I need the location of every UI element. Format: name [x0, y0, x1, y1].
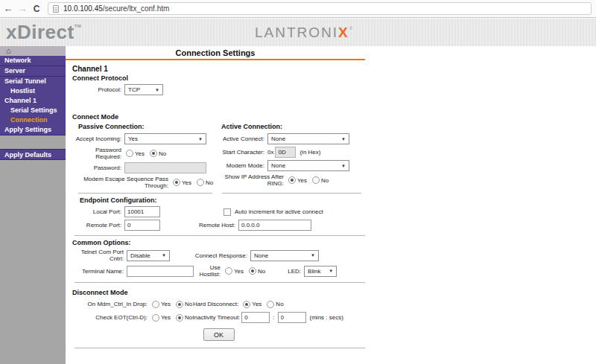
url-path: /secure/ltx_conf.htm: [103, 4, 169, 13]
forward-icon[interactable]: →: [16, 1, 28, 16]
modem-escape-yes-radio[interactable]: [173, 179, 180, 186]
remote-port-row: Remote Port: Remote Host:: [72, 220, 596, 231]
led-label: LED:: [288, 268, 304, 275]
xdirect-logo-text: xDirect: [6, 21, 74, 43]
no-option-label: No: [185, 301, 192, 307]
sidebar-item-serial-settings[interactable]: Serial Settings: [0, 106, 66, 115]
local-port-label: Local Port:: [72, 208, 124, 215]
sidebar-item-apply-defaults[interactable]: Apply Defaults: [0, 149, 66, 160]
home-icon[interactable]: ⌂: [6, 47, 11, 55]
endpoint-configuration-heading: Endpoint Configuration:: [80, 197, 596, 204]
telnet-row: Telnet Com Port Cntrl: Disable▼ Connect …: [72, 249, 596, 262]
sidebar-item-network[interactable]: Network: [0, 56, 66, 66]
sidebar-item-serial-tunnel[interactable]: Serial Tunnel: [0, 77, 66, 86]
main-content: Connection Settings Channel 1 Connect Pr…: [66, 46, 596, 364]
password-required-yes-radio[interactable]: [126, 150, 133, 157]
check-eot-yes-radio[interactable]: [152, 314, 159, 322]
no-option-label: No: [258, 268, 265, 275]
use-hostlist-yes-radio[interactable]: [225, 267, 232, 275]
hard-disconnect-yes-radio[interactable]: [243, 301, 250, 308]
section-divider: [74, 282, 365, 283]
on-mdm-label: On Mdm_Ctrl_In Drop:: [72, 301, 150, 307]
on-mdm-row: On Mdm_Ctrl_In Drop: Yes No Hard Disconn…: [72, 298, 596, 310]
no-option-label: No: [276, 301, 283, 307]
sidebar-home[interactable]: ⌂: [0, 46, 66, 56]
show-ip-no-radio[interactable]: [312, 176, 320, 184]
connect-response-select[interactable]: None▼: [250, 250, 319, 261]
show-ip-yes-radio[interactable]: [288, 176, 296, 184]
disconnect-mode-heading: Disconnect Mode: [72, 289, 596, 296]
use-hostlist-no-radio[interactable]: [249, 267, 256, 275]
sidebar-item-apply-settings[interactable]: Apply Settings: [0, 125, 66, 135]
hard-disconnect-no-radio[interactable]: [267, 301, 274, 308]
yes-option-label: Yes: [161, 314, 171, 321]
protocol-select[interactable]: TCP▼: [124, 84, 163, 95]
start-character-label: Start Character:: [221, 149, 267, 156]
back-icon[interactable]: ←: [2, 1, 14, 16]
password-row: Password:: [72, 162, 221, 173]
reload-icon[interactable]: C: [31, 1, 42, 16]
sidebar-item-channel-1[interactable]: Channel 1: [0, 96, 66, 106]
dropdown-caret-icon: ▼: [311, 253, 315, 258]
telnet-label: Telnet Com Port Cntrl:: [72, 249, 127, 262]
title-underline: [66, 59, 365, 60]
page-header: xDirectTM LANTRONIX®: [0, 19, 596, 46]
connect-response-label: Connect Response:: [170, 252, 250, 259]
active-connect-select[interactable]: None▼: [267, 133, 349, 144]
modem-escape-label: Modem Escape Sequence Pass Through:: [72, 176, 171, 189]
led-select[interactable]: Blink▼: [304, 266, 337, 277]
page-icon: [53, 5, 59, 13]
dropdown-caret-icon: ▼: [162, 253, 166, 258]
dropdown-caret-icon: ▼: [198, 137, 203, 141]
local-port-row: Local Port: Auto increment for active co…: [72, 206, 596, 217]
on-mdm-no-radio[interactable]: [176, 301, 183, 308]
show-ip-radio-group: Yes No: [287, 176, 329, 184]
inactivity-secs-input[interactable]: [278, 312, 306, 323]
sidebar-item-connection[interactable]: Connection: [0, 115, 66, 125]
telnet-select[interactable]: Disable▼: [127, 250, 170, 261]
address-bar[interactable]: 10.0.100.45/secure/ltx_conf.htm: [48, 2, 592, 15]
accept-incoming-select[interactable]: Yes▼: [124, 133, 206, 144]
section-divider: [78, 193, 596, 194]
lantronix-logo: LANTRONIX®: [255, 25, 354, 41]
no-option-label: No: [185, 314, 192, 321]
connect-response-value: None: [254, 252, 268, 259]
section-divider: [74, 235, 365, 236]
check-eot-row: Check EOT(Ctrl-D): Yes No Inactivity Tim…: [72, 312, 596, 323]
password-input[interactable]: [124, 162, 206, 173]
registered-symbol: ®: [349, 26, 354, 31]
url-domain: 10.0.100.45: [63, 4, 103, 13]
modem-escape-row: Modem Escape Sequence Pass Through: Yes …: [72, 176, 221, 189]
auto-increment-checkbox[interactable]: [224, 208, 231, 216]
hard-disconnect-radio-group: Yes No: [241, 301, 283, 308]
on-mdm-yes-radio[interactable]: [152, 301, 159, 308]
ok-button[interactable]: OK: [203, 328, 235, 341]
sidebar-item-server[interactable]: Server: [0, 66, 66, 77]
telnet-value: Disable: [130, 252, 150, 259]
start-character-input[interactable]: [275, 147, 296, 158]
common-options-heading: Common Options:: [72, 239, 596, 246]
password-required-row: Password Required: Yes No: [72, 147, 221, 160]
check-eot-no-radio[interactable]: [176, 314, 183, 322]
modem-mode-row: Modem Mode: None▼: [221, 160, 596, 171]
on-mdm-radio-group: Yes No: [150, 301, 192, 308]
remote-host-input[interactable]: [238, 220, 311, 231]
start-character-row: Start Character: 0x (in Hex): [221, 147, 596, 158]
terminal-name-input[interactable]: [127, 266, 194, 277]
local-port-input[interactable]: [124, 206, 160, 217]
sidebar-item-hostlist[interactable]: Hostlist: [0, 86, 66, 96]
connect-mode-heading: Connect Mode: [72, 113, 596, 121]
modem-escape-no-radio[interactable]: [197, 179, 204, 186]
active-connect-label: Active Connect:: [221, 135, 267, 142]
password-required-no-radio[interactable]: [150, 150, 157, 157]
passive-connection-heading: Passive Connection:: [78, 123, 221, 130]
inactivity-mins-input[interactable]: [241, 312, 270, 323]
yes-option-label: Yes: [252, 301, 261, 307]
url-text: 10.0.100.45/secure/ltx_conf.htm: [63, 4, 169, 13]
remote-port-input[interactable]: [124, 220, 160, 231]
modem-mode-select[interactable]: None▼: [267, 160, 349, 171]
protocol-value: TCP: [128, 86, 140, 93]
connect-protocol-heading: Connect Protocol: [72, 74, 596, 82]
password-required-label: Password Required:: [72, 147, 124, 160]
hard-disconnect-label: Hard Disconnect:: [192, 301, 241, 307]
